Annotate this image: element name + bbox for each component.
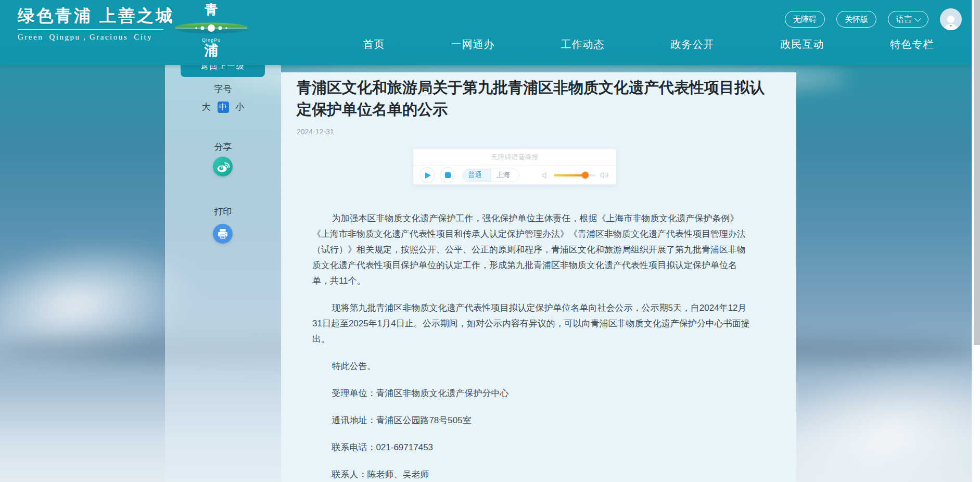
speaker-mute-icon[interactable]	[541, 171, 550, 180]
scrollbar-thumb[interactable]	[974, 0, 980, 345]
article-paragraph: 联系人：陈老师、吴老师	[312, 467, 752, 482]
font-size-large[interactable]: 大	[202, 101, 211, 113]
audio-player: 无障碍语音播报 普通话 上海话	[413, 148, 617, 185]
article-paragraph: 现将第九批青浦区非物质文化遗产代表性项目拟认定保护单位名单向社会公示，公示期5天…	[312, 300, 752, 347]
language-label: 语言	[896, 11, 912, 27]
print-label: 打印	[165, 206, 281, 218]
slogan-chinese: 绿色青浦 上善之城	[18, 4, 174, 27]
font-size-small[interactable]: 小	[236, 101, 245, 113]
accessibility-label: 无障碍	[793, 11, 817, 27]
play-icon	[425, 172, 431, 179]
nav-item[interactable]: 政民互动	[781, 37, 824, 52]
nav-item[interactable]: 一网通办	[451, 37, 495, 52]
language-toggle: 普通话 上海话	[462, 169, 519, 182]
slogan-divider	[18, 29, 163, 30]
volume-slider-knob[interactable]	[582, 172, 589, 179]
mandarin-tab[interactable]: 普通话	[463, 169, 490, 182]
island-logo-icon	[172, 19, 250, 37]
weibo-icon	[215, 159, 231, 174]
nav-item[interactable]: 工作动态	[561, 37, 605, 52]
page: 返回上一级 绿色青浦 上善之城 Green Qingpu，Gracious Ci…	[0, 0, 980, 482]
chevron-down-icon	[914, 15, 921, 22]
qingpu-emblem: 青 QingPu 浦	[172, 0, 251, 65]
accessibility-button[interactable]: 无障碍	[785, 11, 825, 28]
speaker-loud-icon[interactable]	[600, 171, 609, 180]
care-version-button[interactable]: 关怀版	[836, 11, 876, 28]
article-title: 青浦区文化和旅游局关于第九批青浦区非物质文化遗产代表性项目拟认定保护单位名单的公…	[297, 77, 770, 120]
scrollbar[interactable]	[972, 0, 980, 482]
print-button[interactable]	[213, 224, 233, 244]
article-paragraph: 为加强本区非物质文化遗产保护工作，强化保护单位主体责任，根据《上海市非物质文化遗…	[312, 211, 752, 289]
font-size-options: 大 中 小	[165, 101, 281, 113]
emblem-top-char: 青	[172, 0, 251, 19]
share-label: 分享	[165, 141, 281, 153]
shanghainese-tab[interactable]: 上海话	[491, 169, 519, 182]
article-paragraph: 特此公告。	[312, 359, 752, 374]
care-version-label: 关怀版	[845, 11, 868, 27]
slogan-english: Green Qingpu，Gracious City	[18, 32, 174, 42]
stop-icon	[445, 172, 451, 178]
nav-item[interactable]: 首页	[363, 37, 385, 52]
printer-icon	[215, 226, 231, 242]
article-paragraph: 通讯地址：青浦区公园路78号505室	[312, 413, 752, 428]
article-paragraph: 受理单位：青浦区非物质文化遗产保护分中心	[312, 386, 752, 401]
nav-item[interactable]: 政务公开	[671, 37, 715, 52]
content-panel: 青浦区文化和旅游局关于第九批青浦区非物质文化遗产代表性项目拟认定保护单位名单的公…	[281, 72, 796, 482]
audio-player-controls: 普通话 上海话	[413, 166, 616, 185]
share-weibo-button[interactable]	[213, 157, 233, 176]
article-paragraph: 联系电话：021-69717453	[312, 440, 752, 455]
audio-player-title: 无障碍语音播报	[413, 149, 616, 166]
site-logo: 绿色青浦 上善之城 Green Qingpu，Gracious City	[18, 4, 174, 42]
font-size-medium[interactable]: 中	[218, 102, 229, 113]
sidebar-panel	[165, 65, 281, 482]
article-body: 为加强本区非物质文化遗产保护工作，强化保护单位主体责任，根据《上海市非物质文化遗…	[312, 211, 752, 482]
volume-slider[interactable]	[554, 174, 595, 176]
user-icon	[942, 14, 960, 30]
stop-button[interactable]	[440, 167, 455, 183]
user-avatar-button[interactable]	[940, 8, 962, 30]
site-header: 绿色青浦 上善之城 Green Qingpu，Gracious City 青	[0, 0, 980, 65]
volume-control	[541, 171, 609, 180]
emblem-sub-text: QingPu	[172, 37, 251, 43]
language-button[interactable]: 语言	[888, 11, 928, 28]
emblem-bottom-char: 浦	[172, 43, 251, 58]
quick-links: 无障碍 关怀版 语言	[785, 8, 962, 30]
article-date: 2024-12-31	[297, 128, 796, 136]
nav-item[interactable]: 特色专栏	[890, 37, 934, 52]
font-size-label: 字号	[165, 83, 281, 95]
volume-slider-fill	[554, 174, 585, 176]
play-button[interactable]	[420, 167, 435, 183]
